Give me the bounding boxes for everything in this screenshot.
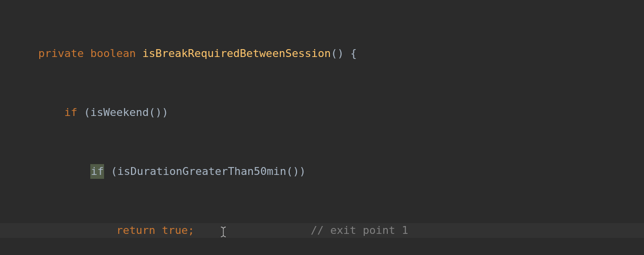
space <box>84 46 90 61</box>
text-cursor-icon <box>220 227 226 237</box>
space <box>226 223 311 238</box>
indent <box>38 105 64 120</box>
indent <box>38 164 90 179</box>
keyword-return: return <box>116 223 155 238</box>
code-text: (isDurationGreaterThan50min()) <box>104 164 306 179</box>
code-line[interactable]: if (isWeekend()) <box>0 105 644 120</box>
keyword-if-highlighted: if <box>90 164 105 179</box>
space <box>194 223 220 238</box>
comment: // exit point 1 <box>311 223 408 238</box>
code-line[interactable]: private boolean isBreakRequiredBetweenSe… <box>0 46 644 61</box>
code-line[interactable]: if (isDurationGreaterThan50min()) <box>0 164 644 179</box>
method-name: isBreakRequiredBetweenSession <box>142 46 331 61</box>
keyword-private: private <box>38 46 84 61</box>
code-editor[interactable]: private boolean isBreakRequiredBetweenSe… <box>0 0 644 255</box>
literal-true: true <box>155 223 188 238</box>
code-text: (isWeekend()) <box>77 105 168 120</box>
code-line-current[interactable]: return true; // exit point 1 <box>0 223 644 238</box>
keyword-boolean: boolean <box>90 46 136 61</box>
semicolon: ; <box>188 223 194 238</box>
keyword-if: if <box>64 105 78 120</box>
space <box>136 46 142 61</box>
code-text: () { <box>331 46 357 61</box>
indent <box>38 223 116 238</box>
